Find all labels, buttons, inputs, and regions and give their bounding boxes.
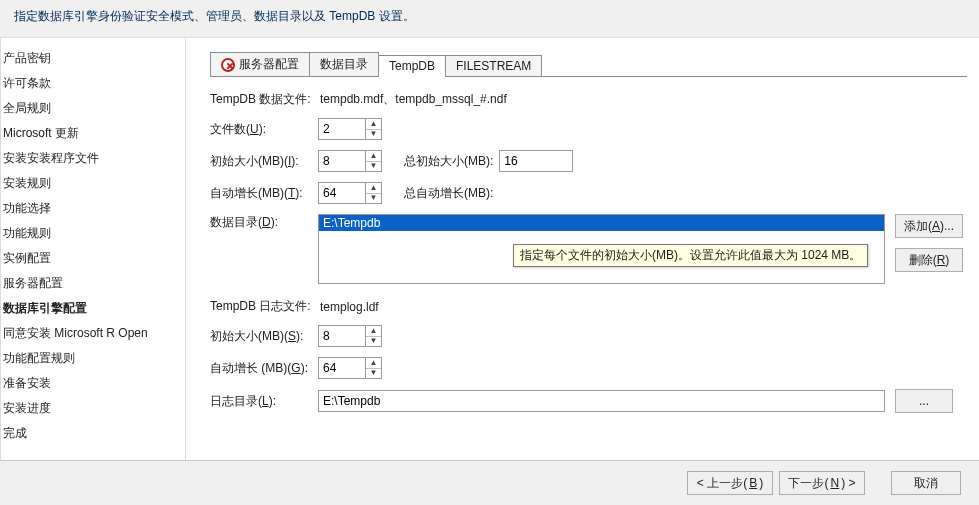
chevron-up-icon[interactable]: ▲ [366,119,381,129]
sidebar-item[interactable]: 功能规则 [1,221,185,246]
sidebar-item[interactable]: 产品密钥 [1,46,185,71]
data-files-label: TempDB 数据文件: [210,91,318,108]
total-init-value [499,150,573,172]
cancel-button[interactable]: 取消 [891,471,961,495]
auto-grow-label: 自动增长(MB)(T): [210,185,318,202]
sidebar-item[interactable]: 功能选择 [1,196,185,221]
log-auto-input[interactable] [319,358,365,378]
log-init-stepper[interactable]: ▲ ▼ [318,325,382,347]
total-auto-label: 总自动增长(MB): [404,185,493,202]
next-button[interactable]: 下一步(N) > [779,471,865,495]
sidebar-item[interactable]: 安装规则 [1,171,185,196]
tab[interactable]: 服务器配置 [210,52,310,76]
chevron-up-icon[interactable]: ▲ [366,183,381,193]
auto-grow-input[interactable] [319,183,365,203]
log-dir-label: 日志目录(L): [210,393,318,410]
tab[interactable]: 数据目录 [309,52,379,76]
stepper-arrows[interactable]: ▲ ▼ [365,183,381,203]
sidebar-item[interactable]: 功能配置规则 [1,346,185,371]
log-auto-label: 自动增长 (MB)(G): [210,360,318,377]
remove-button[interactable]: 删除(R) [895,248,963,272]
chevron-down-icon[interactable]: ▼ [366,129,381,140]
sidebar-item[interactable]: 准备安装 [1,371,185,396]
chevron-down-icon[interactable]: ▼ [366,193,381,204]
chevron-up-icon[interactable]: ▲ [366,326,381,336]
chevron-down-icon[interactable]: ▼ [366,161,381,172]
tab[interactable]: FILESTREAM [445,55,542,76]
error-icon [221,58,235,72]
add-button[interactable]: 添加(A)... [895,214,963,238]
log-init-input[interactable] [319,326,365,346]
list-item[interactable]: E:\Tempdb [319,215,884,231]
log-auto-stepper[interactable]: ▲ ▼ [318,357,382,379]
chevron-down-icon[interactable]: ▼ [366,368,381,379]
steps-sidebar: 产品密钥许可条款全局规则Microsoft 更新安装安装程序文件安装规则功能选择… [0,37,186,460]
tab[interactable]: TempDB [378,55,446,77]
init-size-stepper[interactable]: ▲ ▼ [318,150,382,172]
log-init-label: 初始大小(MB)(S): [210,328,318,345]
stepper-arrows[interactable]: ▲ ▼ [365,326,381,346]
back-button[interactable]: < 上一步(B) [687,471,773,495]
data-files-value: tempdb.mdf、tempdb_mssql_#.ndf [320,91,507,108]
tabs-bar: 服务器配置数据目录TempDBFILESTREAM [210,52,967,77]
tab-label: 服务器配置 [239,56,299,73]
sidebar-item[interactable]: 数据库引擎配置 [1,296,185,321]
chevron-up-icon[interactable]: ▲ [366,358,381,368]
tab-label: TempDB [389,59,435,73]
tooltip: 指定每个文件的初始大小(MB)。设置允许此值最大为 1024 MB。 [513,244,868,267]
sidebar-item[interactable]: 实例配置 [1,246,185,271]
init-size-label: 初始大小(MB)(I): [210,153,318,170]
log-dir-input[interactable] [318,390,885,412]
total-init-label: 总初始大小(MB): [404,153,493,170]
log-files-value: templog.ldf [320,300,379,314]
stepper-arrows[interactable]: ▲ ▼ [365,119,381,139]
sidebar-item[interactable]: 同意安装 Microsoft R Open [1,321,185,346]
sidebar-item[interactable]: 全局规则 [1,96,185,121]
sidebar-item[interactable]: 服务器配置 [1,271,185,296]
log-files-label: TempDB 日志文件: [210,298,318,315]
page-description: 指定数据库引擎身份验证安全模式、管理员、数据目录以及 TempDB 设置。 [0,0,979,37]
file-count-input[interactable] [319,119,365,139]
chevron-down-icon[interactable]: ▼ [366,336,381,347]
sidebar-item[interactable]: 完成 [1,421,185,446]
init-size-input[interactable] [319,151,365,171]
auto-grow-stepper[interactable]: ▲ ▼ [318,182,382,204]
sidebar-item[interactable]: 安装安装程序文件 [1,146,185,171]
file-count-stepper[interactable]: ▲ ▼ [318,118,382,140]
sidebar-item[interactable]: Microsoft 更新 [1,121,185,146]
data-dir-label: 数据目录(D): [210,214,318,231]
content-panel: 服务器配置数据目录TempDBFILESTREAM TempDB 数据文件: t… [186,37,979,460]
sidebar-item[interactable]: 安装进度 [1,396,185,421]
tab-label: 数据目录 [320,56,368,73]
chevron-up-icon[interactable]: ▲ [366,151,381,161]
file-count-label: 文件数(U): [210,121,318,138]
stepper-arrows[interactable]: ▲ ▼ [365,358,381,378]
browse-button[interactable]: ... [895,389,953,413]
sidebar-item[interactable]: 许可条款 [1,71,185,96]
stepper-arrows[interactable]: ▲ ▼ [365,151,381,171]
bottom-bar: < 上一步(B) 下一步(N) > 取消 [0,460,979,505]
tab-label: FILESTREAM [456,59,531,73]
